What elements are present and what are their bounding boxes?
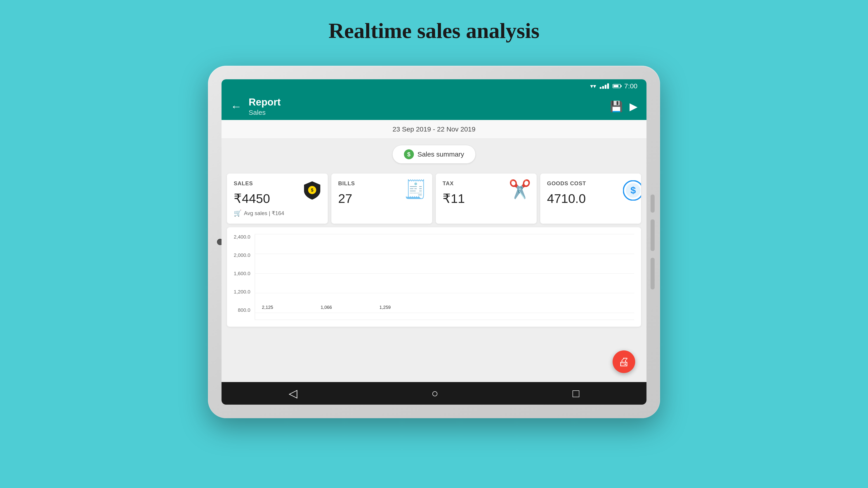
goods-cost-card-label: GOODS COST: [547, 180, 634, 187]
svg-text:$: $: [630, 185, 636, 196]
tablet-side-button-top: [651, 195, 655, 213]
sales-summary-button[interactable]: $ Sales summary: [393, 145, 476, 164]
goods-cost-icon: $: [623, 180, 641, 201]
bills-card: BILLS 27 🧾: [331, 173, 432, 224]
date-range-text: 23 Sep 2019 - 22 Nov 2019: [393, 125, 475, 133]
save-button[interactable]: 💾: [610, 100, 623, 112]
svg-text:$: $: [311, 188, 313, 193]
bottom-nav: ◁ ○ □: [221, 382, 647, 404]
status-time: 7:00: [624, 82, 638, 90]
summary-cards: SALES ₹4450 $ 🛒 Avg sales | ₹164: [221, 170, 647, 227]
summary-button-area: $ Sales summary: [221, 139, 647, 170]
chart-bars: 2,125 1,066: [255, 234, 634, 313]
tablet-side-button-bottom: [651, 258, 655, 289]
sales-card-subtitle: 🛒 Avg sales | ₹164: [234, 209, 321, 217]
back-button[interactable]: ←: [230, 101, 242, 112]
chart-area: 800.0 1,200.0 1,600.0 2,000.0 2,400.0: [227, 227, 641, 327]
page-title: Realtime sales analysis: [329, 18, 539, 43]
app-bar-subtitle: Sales: [249, 109, 610, 116]
app-bar-title-area: Report Sales: [249, 96, 610, 116]
chart-container: 800.0 1,200.0 1,600.0 2,000.0 2,400.0: [234, 234, 634, 320]
date-range-bar: 23 Sep 2019 - 22 Nov 2019: [221, 120, 647, 139]
bar-0-label: 2,125: [262, 305, 273, 310]
nav-recent-button[interactable]: □: [572, 387, 579, 400]
tax-icon: ✂️: [508, 180, 531, 198]
app-bar-actions: 💾 ▶: [610, 100, 638, 112]
print-icon: 🖨: [618, 355, 629, 368]
y-label-3: 1,600.0: [234, 271, 250, 276]
fab-print-button[interactable]: 🖨: [613, 350, 635, 373]
y-label-5: 2,400.0: [234, 234, 250, 240]
signal-icon: [600, 84, 609, 89]
chart-plot: 2,125 1,066: [255, 234, 634, 320]
y-label-2: 1,200.0: [234, 289, 250, 295]
app-bar: ← Report Sales 💾 ▶: [221, 93, 647, 120]
tablet-side-button-middle: [651, 219, 655, 251]
tablet-shell: ▾▾ 7:00 ← Report: [208, 66, 660, 418]
tablet-side-buttons: [651, 195, 655, 289]
bar-4-label: 1,259: [379, 305, 391, 310]
wifi-icon: ▾▾: [590, 83, 596, 90]
y-label-4: 2,000.0: [234, 252, 250, 258]
app-bar-title: Report: [249, 96, 610, 108]
nav-home-button[interactable]: ○: [432, 387, 438, 400]
bar-2-label: 1,066: [320, 305, 332, 310]
tax-card: TAX ₹11 ✂️: [436, 173, 537, 224]
sales-summary-label: Sales summary: [417, 151, 464, 158]
sales-card: SALES ₹4450 $ 🛒 Avg sales | ₹164: [227, 173, 328, 224]
goods-cost-card: GOODS COST 4710.0 $: [540, 173, 641, 224]
chart-y-axis: 800.0 1,200.0 1,600.0 2,000.0 2,400.0: [234, 234, 255, 320]
tablet-screen: ▾▾ 7:00 ← Report: [221, 79, 647, 404]
bills-icon: 🧾: [404, 180, 427, 198]
dollar-icon: $: [404, 149, 414, 159]
share-button[interactable]: ▶: [629, 100, 638, 112]
status-icons: ▾▾ 7:00: [590, 82, 638, 90]
y-label-1: 800.0: [234, 307, 250, 313]
goods-cost-card-value: 4710.0: [547, 191, 634, 206]
nav-back-button[interactable]: ◁: [289, 387, 297, 400]
content-area: 23 Sep 2019 - 22 Nov 2019 $ Sales summar…: [221, 120, 647, 382]
shield-icon: $: [302, 180, 322, 201]
status-bar: ▾▾ 7:00: [221, 79, 647, 93]
battery-icon: [613, 84, 621, 88]
